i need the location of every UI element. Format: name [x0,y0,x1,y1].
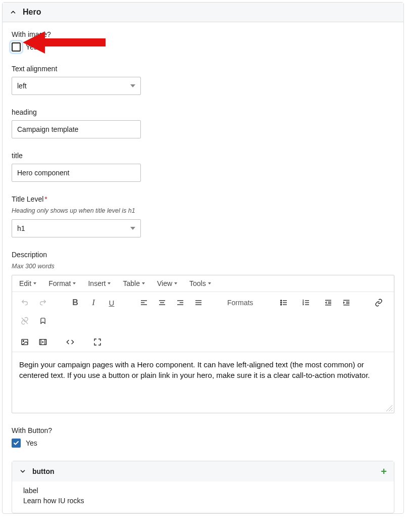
with-button-label: With Button? [12,426,394,434]
title-label: title [12,152,394,160]
menu-format[interactable]: Format [48,279,76,287]
code-icon[interactable] [63,334,78,350]
text-alignment-field: Text alignment left [12,65,394,95]
svg-point-16 [281,304,282,305]
with-image-label: With image? [12,30,394,38]
svg-text:3: 3 [303,303,304,306]
description-hint: Max 300 words [12,263,394,270]
description-field: Description Max 300 words Edit Format In… [12,251,394,413]
with-button-checkbox[interactable] [12,439,21,448]
chevron-down-icon [33,282,36,284]
align-right-icon[interactable] [173,295,188,310]
with-button-checkbox-label: Yes [26,439,37,447]
menu-table[interactable]: Table [123,279,144,287]
heading-label: heading [12,108,394,116]
heading-input[interactable]: Campaign template [12,120,141,138]
button-label-field-label: label [23,487,383,495]
panel-header[interactable]: Hero [3,3,403,22]
editor-content[interactable]: Begin your campaign pages with a Hero co… [12,352,394,413]
with-image-checkbox-label: Yes [26,43,37,51]
title-level-field: Title Level* Heading only shows up when … [12,195,394,237]
title-input[interactable]: Hero component [12,164,141,182]
redo-icon[interactable] [35,295,50,310]
italic-icon[interactable]: I [86,295,101,310]
button-subpanel-header[interactable]: button + [12,461,394,481]
editor-menubar: Edit Format Insert Table View Tools [12,275,394,292]
panel-title: Hero [23,8,41,17]
menu-tools[interactable]: Tools [189,279,211,287]
chevron-down-icon [130,227,135,230]
link-icon[interactable] [371,295,386,310]
unlink-icon[interactable] [17,313,32,328]
svg-point-36 [23,341,24,342]
heading-field: heading Campaign template [12,108,394,138]
text-alignment-value: left [17,82,27,90]
required-marker: * [44,195,47,203]
formats-dropdown[interactable]: Formats [223,295,259,310]
indent-icon[interactable] [339,295,354,310]
description-label: Description [12,251,394,259]
bullet-list-icon[interactable] [276,295,291,310]
chevron-down-icon [73,282,76,284]
button-subpanel-body: label Learn how IU rocks [12,481,394,513]
bookmark-icon[interactable] [35,313,50,328]
button-subpanel-title: button [32,467,55,475]
button-subpanel: button + label Learn how IU rocks [12,461,394,513]
chevron-down-icon [208,282,211,284]
media-icon[interactable] [35,334,50,350]
title-level-select[interactable]: h1 [12,219,141,237]
numbered-list-icon[interactable]: 123 [298,295,314,310]
with-button-field: With Button? Yes [12,426,394,448]
title-level-hint: Heading only shows up when title level i… [12,207,394,214]
title-level-label: Title Level* [12,195,394,203]
heading-value: Campaign template [17,125,78,133]
chevron-down-icon [130,84,135,87]
rich-text-editor: Edit Format Insert Table View Tools [12,275,394,413]
with-image-checkbox[interactable] [12,42,21,52]
fullscreen-icon[interactable] [90,334,105,350]
underline-icon[interactable]: U [104,295,119,310]
title-value: Hero component [17,169,70,177]
text-alignment-select[interactable]: left [12,77,141,95]
align-center-icon[interactable] [155,295,170,310]
undo-icon[interactable] [17,295,32,310]
align-justify-icon[interactable] [191,295,206,310]
menu-insert[interactable]: Insert [88,279,111,287]
align-left-icon[interactable] [136,295,151,310]
panel-body: With image? Yes Text alignment left [3,22,403,513]
title-level-value: h1 [17,224,25,232]
menu-view[interactable]: View [157,279,177,287]
svg-point-15 [281,302,282,303]
hero-panel: Hero With image? Yes Text alig [2,2,404,514]
svg-point-14 [281,300,282,301]
svg-marker-40 [42,341,44,343]
chevron-down-icon [142,282,145,284]
plus-icon[interactable]: + [381,466,387,476]
outdent-icon[interactable] [321,295,336,310]
chevron-down-icon [108,282,111,284]
with-image-field: With image? Yes [12,30,394,52]
editor-toolbar: B I U [12,292,394,352]
resize-handle-icon [386,405,393,412]
chevron-down-icon [174,282,177,284]
menu-edit[interactable]: Edit [19,279,36,287]
chevron-up-icon [10,9,17,16]
title-field: title Hero component [12,152,394,182]
image-icon[interactable] [17,334,32,350]
bold-icon[interactable]: B [68,295,83,310]
button-label-field-value: Learn how IU rocks [23,497,383,505]
text-alignment-label: Text alignment [12,65,394,73]
chevron-down-icon [19,468,26,475]
